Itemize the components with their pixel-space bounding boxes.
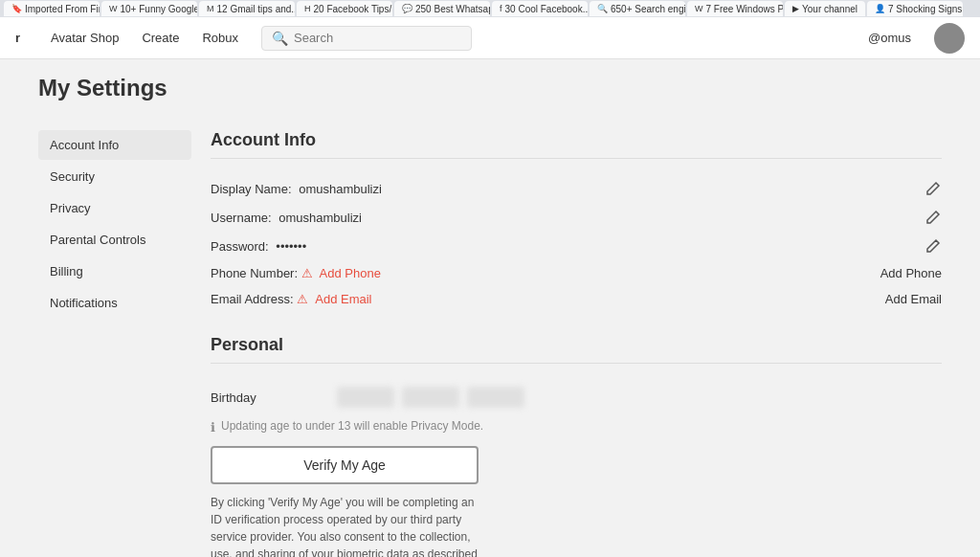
personal-section: Personal Birthday ℹ Updating age to unde…	[211, 335, 942, 557]
birthday-label: Birthday	[211, 390, 325, 405]
tab-9[interactable]: 👤7 Shocking Signs...	[867, 1, 963, 16]
username-value: omushambulizi	[278, 211, 362, 225]
email-row: Email Address: ⚠ Add Email Add Email	[211, 286, 942, 312]
sidebar-item-parental-controls[interactable]: Parental Controls	[38, 225, 191, 255]
tab-2[interactable]: M12 Gmail tips and...	[199, 1, 295, 16]
navbar-link-create[interactable]: Create	[142, 27, 179, 49]
password-label: Password: •••••••	[211, 239, 917, 254]
search-icon: 🔍	[272, 31, 288, 46]
tab-1[interactable]: W10+ Funny Google...	[101, 1, 197, 16]
avatar[interactable]	[934, 23, 965, 54]
tab-5[interactable]: f30 Cool Facebook...	[492, 1, 588, 16]
age-info-row: ℹ Updating age to under 13 will enable P…	[211, 415, 942, 446]
search-box[interactable]: 🔍	[261, 26, 472, 51]
tab-8[interactable]: ▶Your channel	[785, 1, 865, 16]
password-value: •••••••	[276, 239, 306, 254]
sidebar-item-account-info[interactable]: Account Info	[38, 130, 191, 160]
phone-add-link[interactable]: Add Phone	[320, 266, 381, 280]
birthday-row: Birthday	[211, 379, 942, 415]
account-info-section: Account Info Display Name: omushambulizi	[211, 130, 942, 312]
sidebar: Account Info Security Privacy Parental C…	[38, 130, 191, 557]
navbar-username: @omus	[868, 31, 911, 45]
username-row: Username: omushambulizi	[211, 203, 942, 232]
add-phone-action[interactable]: Add Phone	[880, 266, 942, 280]
navbar: r Avatar Shop Create Robux 🔍 @omus	[0, 17, 980, 59]
password-row: Password: •••••••	[211, 232, 942, 260]
browser-tabs: 🔖Imported From Fir... W10+ Funny Google.…	[0, 0, 980, 17]
phone-warning-icon: ⚠	[301, 266, 313, 280]
edit-username-icon[interactable]	[924, 209, 942, 226]
verify-age-button[interactable]: Verify My Age	[211, 446, 479, 484]
verify-age-area: Verify My Age By clicking 'Verify My Age…	[211, 446, 479, 557]
personal-title: Personal	[211, 335, 942, 364]
email-warning-icon: ⚠	[297, 292, 308, 306]
navbar-link-avatar-shop[interactable]: Avatar Shop	[51, 27, 119, 49]
verify-age-desc: By clicking 'Verify My Age' you will be …	[211, 494, 479, 557]
tab-6[interactable]: 🔍650+ Search engi...	[590, 1, 685, 16]
tab-4[interactable]: 💬250 Best Whatsap...	[394, 1, 490, 16]
edit-display-name-icon[interactable]	[924, 180, 942, 197]
search-input[interactable]	[294, 31, 461, 45]
add-email-action[interactable]: Add Email	[885, 292, 942, 306]
display-name-row: Display Name: omushambulizi	[211, 174, 942, 203]
sidebar-item-billing[interactable]: Billing	[38, 256, 191, 286]
age-info-text: Updating age to under 13 will enable Pri…	[221, 419, 483, 433]
sidebar-item-notifications[interactable]: Notifications	[38, 288, 191, 318]
info-icon: ℹ	[211, 420, 215, 434]
edit-password-icon[interactable]	[924, 237, 942, 255]
page-title: My Settings	[38, 75, 942, 101]
birthday-value-blurred	[337, 387, 524, 408]
display-name-value: omushambulizi	[299, 182, 382, 196]
settings-content: Account Info Display Name: omushambulizi	[191, 130, 942, 557]
sidebar-item-security[interactable]: Security	[38, 162, 191, 191]
tab-7[interactable]: W7 Free Windows P...	[687, 1, 783, 16]
page-wrapper: My Settings Account Info Security Privac…	[0, 59, 980, 557]
phone-row: Phone Number: ⚠ Add Phone Add Phone	[211, 260, 942, 286]
email-label: Email Address: ⚠ Add Email	[211, 292, 878, 306]
display-name-label: Display Name: omushambulizi	[211, 182, 917, 196]
tab-0[interactable]: 🔖Imported From Fir...	[4, 1, 100, 16]
navbar-link-robux[interactable]: Robux	[202, 27, 238, 49]
email-add-link[interactable]: Add Email	[315, 292, 371, 306]
sidebar-item-privacy[interactable]: Privacy	[38, 193, 191, 223]
account-info-title: Account Info	[211, 130, 942, 159]
navbar-logo: r	[15, 31, 20, 45]
phone-label: Phone Number: ⚠ Add Phone	[211, 266, 873, 280]
username-label: Username: omushambulizi	[211, 211, 917, 225]
tab-3[interactable]: H20 Facebook Tips/...	[297, 1, 392, 16]
